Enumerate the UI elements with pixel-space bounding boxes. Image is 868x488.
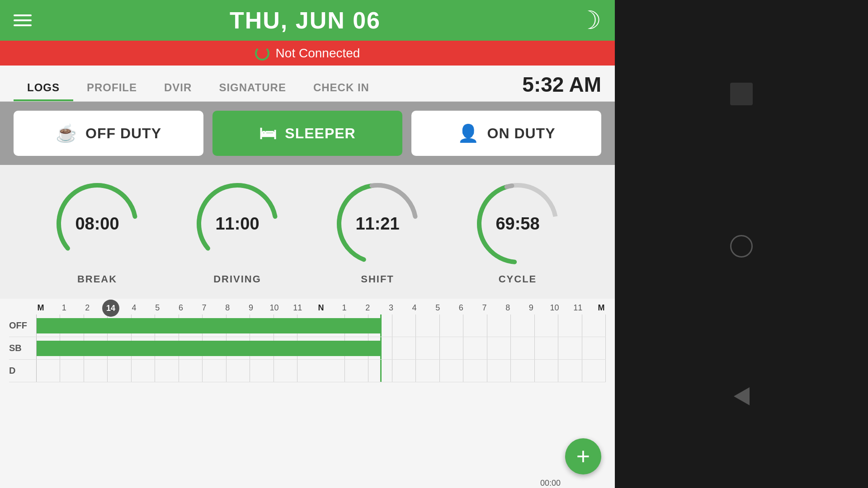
driving-gauge-circle: 11:00 (192, 178, 283, 269)
tabs-container: LOGS PROFILE DVIR SIGNATURE CHECK IN (14, 81, 383, 101)
row-grid-off (36, 314, 606, 337)
device-back-button[interactable] (734, 387, 750, 405)
hour-11: 11 (293, 303, 302, 313)
hour-18: 6 (457, 303, 466, 313)
tab-profile[interactable]: PROFILE (73, 81, 151, 101)
hour-22: 10 (550, 303, 559, 313)
d-cursor (380, 360, 382, 382)
driving-gauge-value: 11:00 (215, 214, 259, 234)
duty-status-buttons: ☕ OFF DUTY 🛏 SLEEPER 👤 ON DUTY (0, 102, 615, 165)
device-circle-button[interactable] (730, 235, 753, 258)
driving-gauge: 11:00 DRIVING (192, 178, 283, 285)
hour-M1: M (36, 303, 45, 313)
header-date: THU, JUN 06 (230, 7, 381, 34)
hour-10: 10 (270, 303, 279, 313)
connection-status-text: Not Connected (276, 46, 360, 61)
timeline-section: 14 M 1 2 3 4 5 6 7 8 9 10 11 N 1 2 3 4 5 (0, 299, 615, 488)
hour-8: 8 (223, 303, 232, 313)
hour-6: 6 (176, 303, 185, 313)
cycle-gauge: 69:58 CYCLE (472, 178, 563, 285)
hour-2: 2 (83, 303, 92, 313)
off-duty-icon: ☕ (56, 123, 77, 143)
timeline-end-time: 00:00 (540, 479, 561, 488)
timeline-rows: OFF SB D (9, 314, 606, 382)
hour-23: 11 (573, 303, 582, 313)
off-duty-label: OFF DUTY (85, 125, 161, 142)
on-duty-icon: 👤 (458, 123, 479, 143)
hour-17: 5 (433, 303, 442, 313)
cycle-gauge-value: 69:58 (495, 214, 539, 234)
hour-14: 2 (363, 303, 372, 313)
hour-15: 3 (387, 303, 396, 313)
timeline-row-off: OFF (9, 314, 606, 337)
hour-1: 1 (60, 303, 69, 313)
connection-spinner-icon (255, 46, 269, 61)
hour-19: 7 (480, 303, 489, 313)
night-mode-icon[interactable]: ☽ (579, 8, 601, 33)
off-cursor (380, 314, 382, 337)
break-gauge: 08:00 BREAK (52, 178, 142, 285)
device-bezel (615, 0, 868, 488)
time-labels: M 1 2 3 4 5 6 7 8 9 10 11 N 1 2 3 4 5 6 … (36, 303, 606, 313)
row-grid-sb (36, 337, 606, 359)
shift-gauge-value: 11:21 (355, 214, 399, 234)
cycle-gauge-circle: 69:58 (472, 178, 563, 269)
sleeper-icon: 🛏 (259, 124, 277, 143)
sb-cursor (380, 337, 382, 359)
break-gauge-value: 08:00 (75, 214, 119, 234)
hour-21: 9 (527, 303, 536, 313)
hour-16: 4 (410, 303, 419, 313)
off-bar (37, 318, 380, 333)
row-label-sb: SB (9, 343, 36, 353)
hour-N: N (316, 303, 326, 313)
off-duty-button[interactable]: ☕ OFF DUTY (14, 111, 203, 156)
tab-logs[interactable]: LOGS (14, 81, 73, 101)
hour-20: 8 (503, 303, 512, 313)
row-label-off: OFF (9, 320, 36, 331)
hour-5: 5 (153, 303, 162, 313)
sleeper-button[interactable]: 🛏 SLEEPER (212, 111, 402, 156)
break-gauge-circle: 08:00 (52, 178, 142, 269)
current-time: 5:32 AM (522, 72, 601, 101)
sleeper-label: SLEEPER (285, 125, 355, 142)
header: THU, JUN 06 ☽ (0, 0, 615, 41)
device-square-button[interactable] (730, 83, 753, 105)
hour-4: 4 (130, 303, 139, 313)
tab-checkin[interactable]: CHECK IN (300, 81, 383, 101)
connection-banner: Not Connected (0, 41, 615, 66)
tab-signature[interactable]: SIGNATURE (205, 81, 300, 101)
hour-13: 1 (340, 303, 349, 313)
tab-dvir[interactable]: DVIR (151, 81, 205, 101)
hour-7: 7 (200, 303, 209, 313)
timeline-marker: 14 (102, 300, 119, 317)
shift-gauge-circle: 11:21 (332, 178, 423, 269)
row-label-d: D (9, 366, 36, 376)
add-entry-button[interactable]: + (565, 438, 601, 474)
timeline-row-sb: SB (9, 337, 606, 360)
gauges-section: 08:00 BREAK 11:00 DRIVING (0, 165, 615, 299)
tab-bar: LOGS PROFILE DVIR SIGNATURE CHECK IN 5:3… (0, 66, 615, 102)
row-grid-d (36, 360, 606, 382)
timeline-row-d: D (9, 360, 606, 382)
on-duty-button[interactable]: 👤 ON DUTY (411, 111, 601, 156)
on-duty-label: ON DUTY (487, 125, 556, 142)
hour-M2: M (597, 303, 606, 313)
sb-bar (37, 341, 380, 356)
timeline-header: 14 M 1 2 3 4 5 6 7 8 9 10 11 N 1 2 3 4 5 (9, 303, 606, 314)
hour-9: 9 (246, 303, 255, 313)
shift-gauge: 11:21 SHIFT (332, 178, 423, 285)
menu-button[interactable] (14, 14, 32, 26)
